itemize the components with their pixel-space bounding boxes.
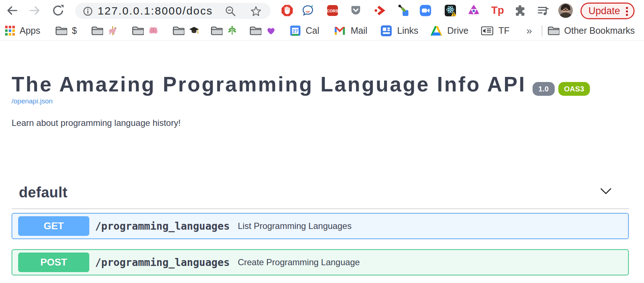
red-arrow-icon — [374, 4, 386, 17]
puzzle-piece-icon — [514, 4, 526, 17]
profile-avatar[interactable] — [558, 3, 573, 18]
folder-icon — [249, 26, 261, 36]
chat-bubble-icon — [302, 4, 314, 17]
update-menu-kebab-icon[interactable] — [625, 7, 629, 17]
bookmark-folder-carousel[interactable] — [91, 21, 118, 40]
endpoint-summary: Create Programming Language — [238, 257, 360, 267]
endpoint-get-programming-languages[interactable]: GET /programming_languages List Programm… — [12, 213, 629, 239]
endpoint-post-programming-languages[interactable]: POST /programming_languages Create Progr… — [12, 249, 629, 275]
tf-card-icon — [481, 25, 494, 37]
herb-icon — [227, 26, 237, 36]
stop-hand-icon — [281, 4, 293, 17]
bookmark-folder-dollar[interactable]: $ — [55, 21, 77, 40]
folder-icon — [172, 26, 184, 36]
other-bookmarks[interactable]: Other Bookmarks — [547, 21, 635, 40]
bookmark-apps[interactable]: Apps — [5, 21, 40, 40]
section-default-header[interactable]: default — [19, 184, 68, 200]
update-button[interactable]: Update — [580, 3, 635, 19]
version-badge: 1.0 — [533, 82, 555, 96]
bookmark-folder-purple-heart[interactable] — [249, 21, 276, 40]
api-badges: 1.0 OAS3 — [533, 82, 590, 96]
music-playlist-icon — [537, 4, 549, 17]
google-calendar-icon: 27 — [290, 25, 301, 36]
section-chevron-down-icon[interactable] — [600, 187, 612, 196]
update-label: Update — [588, 5, 620, 17]
video-camera-icon — [419, 4, 432, 17]
http-method-badge: GET — [18, 216, 89, 236]
zoom-extension-icon[interactable] — [419, 4, 432, 17]
folder-icon — [547, 26, 559, 36]
reload-icon — [52, 4, 65, 17]
cors-badge-icon: CORS — [326, 4, 339, 17]
api-title-row: The Amazing Programming Language Info AP… — [12, 73, 590, 96]
bookmarks-overflow-chevron[interactable]: » — [526, 21, 532, 40]
react-devtools-icon — [444, 4, 456, 17]
playlist-extension-icon[interactable] — [537, 4, 549, 17]
bookmark-tf[interactable]: TF — [481, 21, 510, 40]
endpoint-path: /programming_languages — [95, 257, 230, 268]
svg-text:CORS: CORS — [327, 9, 338, 13]
overflow-chevron-icon: » — [526, 25, 532, 37]
forward-arrow-icon — [28, 4, 41, 17]
page-info-icon[interactable] — [82, 6, 93, 17]
bookmarks-bar: Apps $ — [0, 21, 644, 41]
bookmark-folder-herb[interactable] — [211, 21, 237, 40]
api-description: Learn about programming language history… — [12, 118, 181, 128]
bookmark-gmail[interactable]: Mail — [334, 21, 367, 40]
reload-button[interactable] — [52, 4, 65, 17]
apps-grid-icon — [5, 26, 15, 36]
chat-extension-icon[interactable] — [302, 4, 314, 17]
redirect-extension-icon[interactable] — [374, 4, 386, 17]
bookmark-drive[interactable]: Drive — [430, 21, 468, 40]
bookmark-label: Drive — [447, 25, 468, 36]
purple-extension-icon[interactable] — [468, 4, 480, 17]
bookmark-star-icon[interactable] — [250, 5, 262, 17]
oas3-badge: OAS3 — [558, 82, 590, 96]
pocket-extension-icon[interactable] — [350, 4, 362, 17]
bookmark-links[interactable]: Links — [380, 21, 418, 40]
other-bookmarks-label: Other Bookmarks — [564, 25, 635, 36]
adblock-extension-icon[interactable] — [281, 4, 293, 17]
api-title: The Amazing Programming Language Info AP… — [12, 73, 526, 96]
pocket-icon — [350, 4, 362, 17]
svg-text:Tp: Tp — [491, 4, 504, 16]
react-devtools-extension-icon[interactable] — [444, 4, 456, 17]
blue-list-icon — [380, 25, 392, 37]
endpoint-summary: List Programming Languages — [238, 221, 352, 231]
purple-trefoil-icon — [468, 4, 480, 17]
eyedropper-icon — [397, 4, 409, 17]
bookmark-label: Cal — [306, 25, 319, 36]
svg-text:27: 27 — [293, 28, 298, 34]
google-drive-icon — [430, 25, 443, 37]
purple-heart-icon — [266, 26, 276, 36]
zoom-out-icon[interactable] — [225, 5, 236, 17]
http-method-badge: POST — [18, 253, 89, 272]
bookmark-calendar[interactable]: 27 Cal — [290, 21, 319, 40]
bookmark-folder-brain[interactable] — [132, 21, 158, 40]
bookmark-label: TF — [498, 25, 510, 36]
openapi-spec-link[interactable]: /openapi.json — [12, 97, 53, 105]
back-button[interactable] — [5, 4, 19, 17]
tp-letters-icon: Tp — [490, 4, 504, 17]
bookmark-label: Links — [397, 25, 418, 36]
tp-extension-icon[interactable]: Tp — [490, 4, 503, 17]
folder-icon — [211, 26, 223, 36]
bookmark-label: $ — [72, 25, 77, 36]
carousel-horse-icon — [108, 26, 118, 36]
bookmark-folder-graduation[interactable] — [172, 21, 199, 40]
back-arrow-icon — [5, 4, 19, 17]
bookmarks-divider — [542, 25, 542, 36]
forward-button[interactable] — [28, 4, 41, 17]
address-bar[interactable]: 127.0.0.1:8000/docs — [75, 3, 270, 19]
cors-extension-icon[interactable]: CORS — [326, 4, 339, 17]
gmail-icon — [334, 25, 346, 36]
url-text: 127.0.0.1:8000/docs — [98, 5, 213, 16]
endpoint-path: /programming_languages — [95, 220, 230, 232]
bookmark-label: Mail — [351, 25, 367, 36]
graduation-cap-icon — [189, 26, 199, 36]
browser-toolbar: 127.0.0.1:8000/docs — [0, 0, 644, 21]
avatar-photo — [558, 3, 573, 18]
colorpicker-extension-icon[interactable] — [397, 4, 409, 17]
extensions-puzzle-icon[interactable] — [514, 4, 526, 17]
bookmark-label: Apps — [20, 25, 40, 36]
